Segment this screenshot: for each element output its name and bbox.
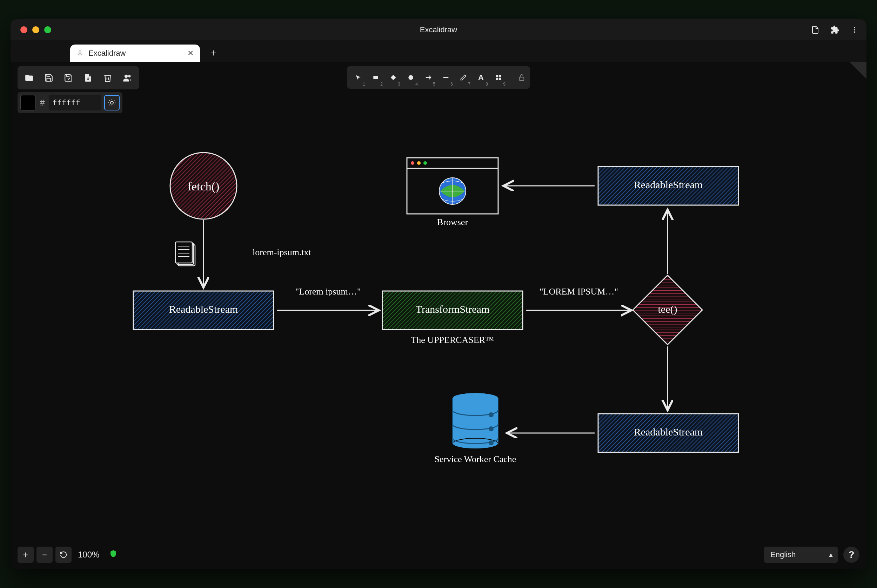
- tab-strip: Excalidraw ✕ ＋: [11, 40, 866, 62]
- label-readable1: ReadableStream: [169, 303, 238, 315]
- help-button[interactable]: ?: [843, 547, 859, 563]
- label-cache: Service Worker Cache: [435, 454, 517, 465]
- titlebar: Excalidraw: [11, 19, 866, 40]
- zoom-percent: 100%: [78, 550, 99, 560]
- language-select[interactable]: English ▴: [764, 547, 838, 563]
- svg-point-33: [417, 161, 420, 165]
- language-label: English: [770, 550, 796, 559]
- canvas-area[interactable]: # 1 2 3 4: [11, 62, 866, 569]
- encryption-shield-icon[interactable]: [109, 549, 117, 560]
- window-title: Excalidraw: [11, 25, 866, 34]
- svg-point-0: [854, 27, 855, 28]
- svg-point-40: [489, 412, 494, 417]
- file-icon: [176, 242, 195, 266]
- app-window: Excalidraw Excalidraw ✕ ＋: [11, 19, 866, 569]
- close-tab-icon[interactable]: ✕: [187, 49, 194, 58]
- svg-point-32: [411, 161, 414, 165]
- menu-vertical-icon[interactable]: [850, 25, 859, 35]
- zoom-controls: ＋ － 100%: [18, 547, 117, 563]
- label-tee: tee(): [658, 303, 677, 315]
- label-file: lorem-ipsum.txt: [252, 247, 311, 258]
- label-readable3: ReadableStream: [634, 426, 703, 438]
- chevron-up-icon: ▴: [829, 550, 833, 559]
- svg-rect-38: [452, 398, 498, 444]
- node-browser: [407, 158, 498, 214]
- svg-point-1: [854, 29, 855, 30]
- zoom-in-button[interactable]: ＋: [18, 547, 34, 563]
- zoom-out-button[interactable]: －: [36, 547, 53, 563]
- label-transform: TransformStream: [416, 303, 490, 315]
- label-transform-sub: The UPPERCASER™: [411, 335, 494, 345]
- svg-point-34: [423, 161, 427, 165]
- new-tab-button[interactable]: ＋: [206, 45, 221, 60]
- svg-point-42: [489, 440, 494, 445]
- tab-label: Excalidraw: [89, 49, 126, 58]
- label-edge-upper: "LOREM IPSUM…": [539, 286, 618, 297]
- label-edge-lower: "Lorem ipsum…": [295, 286, 361, 297]
- extensions-icon[interactable]: [830, 25, 840, 35]
- svg-rect-3: [79, 51, 81, 54]
- label-fetch: fetch(): [188, 180, 219, 193]
- zoom-reset-button[interactable]: [56, 547, 72, 563]
- label-readable2: ReadableStream: [634, 179, 703, 191]
- label-browser: Browser: [437, 217, 468, 228]
- browser-tab[interactable]: Excalidraw ✕: [70, 45, 200, 62]
- node-database: [452, 393, 498, 449]
- svg-rect-24: [176, 242, 192, 263]
- page-icon[interactable]: [810, 25, 820, 35]
- diagram-canvas: [11, 62, 866, 569]
- bottom-right-controls: English ▴ ?: [764, 547, 859, 563]
- svg-point-2: [854, 31, 855, 33]
- svg-point-41: [489, 426, 494, 431]
- site-icon: [77, 50, 84, 57]
